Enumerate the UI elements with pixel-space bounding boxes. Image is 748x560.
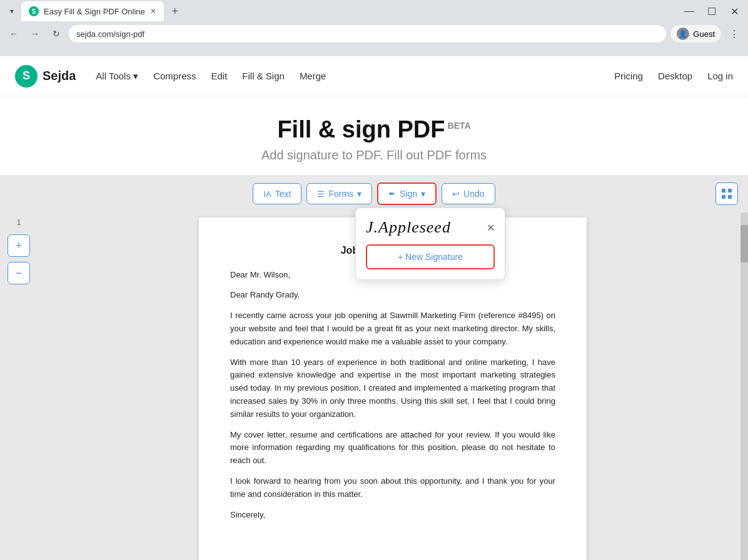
window-controls: — ☐ ✕ [680,2,743,20]
nav-desktop[interactable]: Desktop [658,71,692,81]
pdf-body1: Dear Randy Grady, [230,289,555,302]
pdf-body3: With more than 10 years of experience in… [230,356,555,421]
nav-edit[interactable]: Edit [211,71,227,81]
sign-icon: ✒ [388,189,396,199]
beta-badge: BETA [448,121,471,131]
hero-section: Fill & sign PDFBETA Add signature to PDF… [0,96,748,175]
forms-button[interactable]: ☰ Forms ▾ [306,183,372,204]
site-wrapper: S Sejda All Tools ▾ Compress Edit Fill &… [0,56,748,560]
maximize-button[interactable]: ☐ [703,2,720,20]
undo-button[interactable]: ↩ Undo [442,183,495,204]
svg-rect-0 [722,189,725,192]
close-button[interactable]: ✕ [725,2,743,20]
nav-merge[interactable]: Merge [300,71,326,81]
tab-close-button[interactable]: ✕ [150,7,156,16]
toolbar: IA Text ☰ Forms ▾ ✒ Sign ▾ ↩ Undo [0,175,748,212]
browser-tab[interactable]: S Easy Fill & Sign PDF Online ✕ [21,1,164,21]
signature-preview[interactable]: J.Appleseed [366,218,451,237]
pdf-body2: I recently came across your job opening … [230,309,555,348]
svg-rect-1 [728,189,732,192]
sign-label: Sign [400,189,417,199]
grid-view-button[interactable] [715,182,738,205]
profile-label: Guest [693,29,715,39]
nav-fill-sign[interactable]: Fill & Sign [242,71,285,81]
reload-button[interactable]: ↻ [48,25,65,42]
browser-tab-bar: ▾ S Easy Fill & Sign PDF Online ✕ + — ☐ … [0,0,748,22]
new-signature-button[interactable]: + New Signature [366,244,495,269]
close-dropdown-button[interactable]: ✕ [487,222,495,234]
svg-rect-2 [722,195,725,199]
forward-button[interactable]: → [26,25,44,42]
address-bar[interactable]: sejda.com/sign-pdf [69,25,666,42]
zoom-in-button[interactable]: + [8,234,30,257]
pdf-body5: I look forward to hearing from you soon … [230,475,555,501]
text-button[interactable]: IA Text [253,183,301,204]
text-icon: IA [263,189,271,199]
profile-button[interactable]: 👤 Guest [670,24,722,43]
new-tab-button[interactable]: + [166,2,184,20]
forms-label: Forms [328,189,353,199]
site-nav: S Sejda All Tools ▾ Compress Edit Fill &… [0,56,748,96]
forms-arrow-icon: ▾ [357,189,361,199]
sign-arrow-icon: ▾ [421,189,425,199]
nav-all-tools[interactable]: All Tools ▾ [96,71,138,82]
zoom-out-button[interactable]: − [8,262,30,284]
nav-compress[interactable]: Compress [153,71,196,81]
profile-icon: 👤 [677,28,689,40]
hero-title: Fill & sign PDFBETA [0,116,748,143]
nav-login[interactable]: Log in [707,71,733,81]
nav-links: All Tools ▾ Compress Edit Fill & Sign Me… [96,71,614,82]
toolbar-wrapper: IA Text ☰ Forms ▾ ✒ Sign ▾ ↩ Undo [0,175,748,212]
more-options-button[interactable]: ⋮ [725,25,743,42]
logo-text: Sejda [43,69,76,83]
pdf-closing: Sincerely, [230,509,555,522]
undo-label: Undo [463,189,484,199]
logo-area[interactable]: S Sejda [15,65,76,88]
tab-favicon: S [29,6,39,16]
minimize-button[interactable]: — [680,2,698,20]
logo-icon: S [15,65,38,88]
nav-right: Pricing Desktop Log in [614,71,733,81]
tab-list-button[interactable]: ▾ [5,4,19,18]
pdf-body4: My cover letter, resume and certificatio… [230,429,555,468]
address-text: sejda.com/sign-pdf [76,29,144,39]
left-sidebar: 1 + − [0,212,38,560]
svg-rect-3 [728,195,732,199]
pdf-body: Dear Mr. Wilson, Dear Randy Grady, I rec… [230,269,555,522]
page-number: 1 [16,218,21,227]
sign-button[interactable]: ✒ Sign ▾ [377,182,437,205]
sign-dropdown: J.Appleseed ✕ + New Signature [355,208,505,280]
undo-icon: ↩ [452,189,460,199]
back-button[interactable]: ← [5,25,23,42]
grid-icon [722,189,732,199]
sign-dropdown-header: J.Appleseed ✕ [366,218,495,237]
tab-label: Easy Fill & Sign PDF Online [44,7,145,16]
nav-pricing[interactable]: Pricing [614,71,643,81]
scrollbar-thumb[interactable] [740,225,748,262]
address-bar-row: ← → ↻ sejda.com/sign-pdf 👤 Guest ⋮ [0,22,748,45]
right-scrollbar[interactable] [740,212,748,560]
browser-chrome: ▾ S Easy Fill & Sign PDF Online ✕ + — ☐ … [0,0,748,56]
forms-icon: ☰ [317,189,325,199]
text-label: Text [275,189,291,199]
hero-subtitle: Add signature to PDF. Fill out PDF forms [0,148,748,162]
